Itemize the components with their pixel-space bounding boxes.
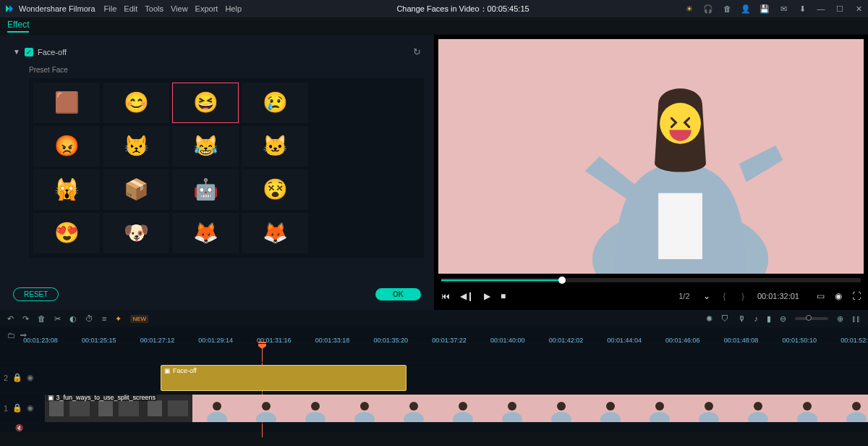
trash-icon[interactable]: 🗑 [722,4,732,13]
effect-tab-row: Effect [0,17,868,35]
video-clip[interactable]: ▣ 3_fun_ways_to_use_split_screens [45,395,868,422]
video-thumbnail [832,395,868,422]
lock-icon[interactable]: 🔒 [12,373,22,382]
preset-face-9[interactable]: 📦 [103,169,169,210]
menu-tools[interactable]: Tools [145,4,163,13]
chevron-down-icon[interactable]: ▼ [13,48,20,56]
support-icon[interactable]: 🎧 [703,4,713,14]
music-icon[interactable]: ♪ [754,314,759,323]
face-overlay [660,103,701,144]
preset-face-2[interactable]: 😆 [172,83,239,123]
play-icon[interactable]: ▶ [484,291,490,301]
preset-face-4[interactable]: 😡 [33,126,100,167]
zoom-label[interactable]: 1/2 [678,292,689,300]
face-emoji: 🟫 [54,93,80,113]
redo-icon[interactable]: ↷ [22,314,29,324]
preset-face-8[interactable]: 🙀 [33,169,100,210]
preset-face-0[interactable]: 🟫 [33,83,100,123]
menu-file[interactable]: File [104,4,117,13]
preset-face-11[interactable]: 😵 [242,169,308,210]
preset-face-15[interactable]: 🦊 [242,213,308,253]
preset-face-10[interactable]: 🤖 [172,169,239,210]
video-thumbnail [635,395,684,422]
preset-face-12[interactable]: 😍 [33,213,100,253]
ok-button[interactable]: OK [375,288,421,300]
menu-help[interactable]: Help [225,4,242,13]
video-thumbnail [537,395,586,422]
face-emoji: 😵 [263,180,288,200]
preset-face-5[interactable]: 😾 [103,126,169,167]
zoom-in-icon[interactable]: ⊕ [837,314,843,324]
fullscreen-icon[interactable]: ⛶ [852,291,861,301]
reset-button[interactable]: RESET [13,287,59,301]
preset-face-3[interactable]: 😢 [242,83,308,123]
mute-icon[interactable]: 🔇 [15,424,23,432]
speed-icon[interactable]: ◐ [69,314,77,324]
timeline-ruler[interactable]: 🗀 ⮕ 00:01:23:0800:01:25:1500:01:27:1200:… [0,327,868,343]
wand-icon[interactable]: ✦ [115,314,122,324]
video-preview[interactable] [438,39,864,274]
preview-controls: ⏮ ◀❙ ▶ ■ 1/2 ⌄ { } 00:01:32:01 ▭ ◉ ⛶ [434,282,868,310]
tracks-icon[interactable]: 🗀 [7,331,15,340]
mail-icon[interactable]: ✉ [778,4,788,14]
section-header[interactable]: ▼ ✓ Face-off ↻ [10,42,424,62]
shield-icon[interactable]: ⛉ [721,314,729,323]
refresh-icon[interactable]: ↻ [413,46,421,57]
preset-face-13[interactable]: 🐶 [103,213,169,253]
spacer-track [0,343,868,362]
mic-icon[interactable]: 🎙 [738,314,746,323]
video-thumbnail [340,395,389,422]
preview-progress[interactable] [441,278,861,282]
menu-view[interactable]: View [171,4,188,13]
preset-face-6[interactable]: 😹 [172,126,239,167]
step-back-icon[interactable]: ◀❙ [460,291,474,301]
menu-export[interactable]: Export [195,4,218,13]
close-icon[interactable]: ✕ [854,4,864,14]
menubar: File Edit Tools View Export Help [104,4,242,13]
marker-icon[interactable]: ▮ [767,314,771,324]
minimize-icon[interactable]: — [816,4,826,13]
tips-icon[interactable]: ☀ [684,4,694,14]
effect-track[interactable]: 2 🔒 ◉ ▣Face-off [0,362,868,392]
cut-icon[interactable]: ✂ [54,314,61,324]
eye-icon[interactable]: ◉ [27,373,34,382]
window-title: Change Faces in Video：00:05:45:15 [242,4,684,14]
maximize-icon[interactable]: ☐ [835,4,845,14]
undo-icon[interactable]: ↶ [7,314,14,324]
timeline[interactable]: ✂ 2 🔒 ◉ ▣Face-off 1 🔒 ◉ ▣ 3_fun_ways_to_… [0,343,868,432]
effect-panel: ▼ ✓ Face-off ↻ Preset Face 🟫😊😆😢😡😾😹🐱🙀📦🤖😵😍… [0,35,434,310]
delete-icon[interactable]: 🗑 [38,314,46,323]
menu-edit[interactable]: Edit [124,4,137,13]
face-emoji: 🦊 [263,223,288,243]
timecode: 00:01:32:01 [757,292,799,300]
preset-face-grid: 🟫😊😆😢😡😾😹🐱🙀📦🤖😵😍🐶🦊🦊 [29,78,424,258]
effect-tab[interactable]: Effect [7,20,29,33]
account-icon[interactable]: 👤 [741,4,751,14]
preset-face-14[interactable]: 🦊 [172,213,239,253]
fit-icon[interactable]: ⫿⫿ [852,314,861,323]
save-icon[interactable]: 💾 [760,4,770,14]
snapshot-icon[interactable]: ◉ [835,291,842,301]
video-thumbnail [684,395,733,422]
faceoff-clip[interactable]: ▣Face-off [161,365,407,391]
prev-frame-icon[interactable]: ⏮ [441,291,450,301]
zoom-slider[interactable] [795,317,828,320]
faceoff-checkbox[interactable]: ✓ [25,48,33,56]
zoom-out-icon[interactable]: ⊖ [780,314,786,324]
video-track[interactable]: 1 🔒 ◉ ▣ 3_fun_ways_to_use_split_screens [0,392,868,423]
audio-track[interactable]: 🔇 [0,423,868,432]
display-icon[interactable]: ▭ [817,291,825,301]
adjust-icon[interactable]: ≡ [102,314,106,323]
svg-point-21 [311,402,320,411]
download-icon[interactable]: ⬇ [797,4,807,14]
preset-face-7[interactable]: 🐱 [242,126,308,167]
video-thumbnail [192,395,242,422]
stop-icon[interactable]: ■ [501,291,506,301]
filter-icon[interactable]: ✺ [706,314,712,324]
eye-icon[interactable]: ◉ [27,403,34,413]
svg-point-45 [705,402,713,411]
timer-icon[interactable]: ⏱ [85,314,93,323]
chevron-down-small-icon[interactable]: ⌄ [703,291,710,301]
lock-icon[interactable]: 🔒 [12,403,22,413]
preset-face-1[interactable]: 😊 [103,83,169,123]
